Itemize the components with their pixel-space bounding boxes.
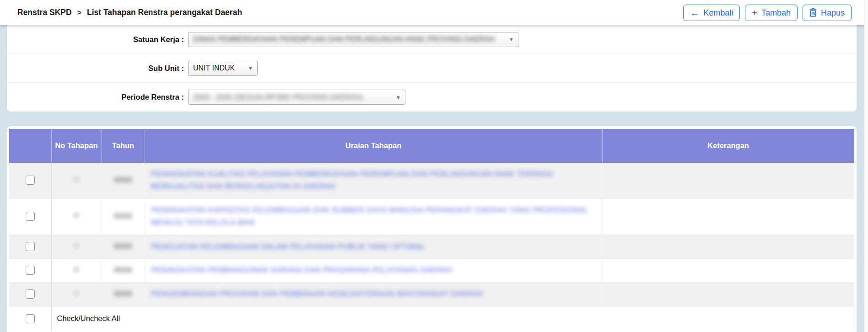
uraian-tahapan-link-redacted[interactable]: PENGUATAN KELEMBAGAAN DALAM PELAYANAN PU… <box>151 241 598 253</box>
vertical-scrollbar[interactable] <box>864 0 868 332</box>
uraian-tahapan-link-redacted[interactable]: MENUJU TATA KELOLA BAIK <box>151 216 598 229</box>
tahun-value-redacted: 0000 <box>114 266 132 274</box>
no-tahapan-cell <box>51 258 102 282</box>
satuan-kerja-row: Satuan Kerja : DINAS PEMBERDAYAAN PEREMP… <box>7 25 857 54</box>
check-all-label: Check/Uncheck All <box>52 314 120 323</box>
tahun-cell: 0000 <box>102 198 145 235</box>
tahun-value-redacted: 0000 <box>114 290 132 298</box>
header-no-tahapan: No Tahapan <box>51 129 102 163</box>
table-row: 0000 PENINGKATAN KUALITAS PELAYANAN PEMB… <box>9 163 854 198</box>
periode-renstra-select[interactable]: 2000 - 2000 (SESUAI RPJMD PROVINSI DAERA… <box>188 90 405 105</box>
table-footer: Check/Uncheck All <box>9 306 854 331</box>
breadcrumb: Renstra SKPD > List Tahapan Renstra pera… <box>17 8 242 17</box>
delete-button-label: Hapus <box>821 9 845 17</box>
row-checkbox[interactable] <box>26 212 35 221</box>
tahun-value-redacted: 0000 <box>114 242 132 250</box>
chevron-down-icon: ▼ <box>396 95 401 100</box>
row-select-cell <box>9 258 51 282</box>
back-button-label: Kembali <box>703 9 733 17</box>
keterangan-cell <box>602 163 854 198</box>
keterangan-cell <box>602 282 854 306</box>
sub-unit-value: UNIT INDUK <box>193 64 235 72</box>
keterangan-cell <box>602 258 854 282</box>
no-tahapan-radio[interactable] <box>73 290 80 296</box>
row-select-cell <box>9 163 51 198</box>
check-all-cell <box>9 306 51 331</box>
table-row: 0000 PENGEMBANGAN PROGRAM DAN PEMBINAAN … <box>9 282 854 306</box>
uraian-tahapan-cell: PENINGKATAN PEMBANGUNAN SARANA DAN PRASA… <box>145 258 602 282</box>
plus-icon: + <box>752 8 757 17</box>
check-all-checkbox[interactable] <box>26 314 35 323</box>
satuan-kerja-value-redacted: DINAS PEMBERDAYAAN PEREMPUAN DAN PERLIND… <box>193 35 495 43</box>
row-select-cell <box>9 282 51 306</box>
toolbar: ← Kembali + Tambah Hapus <box>683 5 852 21</box>
header-select <box>9 129 51 163</box>
breadcrumb-root[interactable]: Renstra SKPD <box>17 8 72 17</box>
row-select-cell <box>9 198 51 235</box>
tahapan-table: No Tahapan Tahun Uraian Tahapan Keterang… <box>9 129 854 331</box>
no-tahapan-radio[interactable] <box>73 266 80 273</box>
table-row: 0000 PENINGKATAN KAPASITAS KELEMBAGAAN D… <box>9 198 854 235</box>
header-uraian-tahapan: Uraian Tahapan <box>145 129 602 163</box>
tahapan-table-panel: No Tahapan Tahun Uraian Tahapan Keterang… <box>7 126 857 332</box>
check-all-label-cell: Check/Uncheck All <box>51 306 854 331</box>
table-header: No Tahapan Tahun Uraian Tahapan Keterang… <box>9 129 854 163</box>
sub-unit-row: Sub Unit : UNIT INDUK ▼ <box>7 54 857 83</box>
table-rows: 0000 PENINGKATAN KUALITAS PELAYANAN PEMB… <box>9 163 854 306</box>
tahun-value-redacted: 0000 <box>114 176 132 184</box>
no-tahapan-cell <box>51 235 102 258</box>
uraian-tahapan-cell: PENGEMBANGAN PROGRAM DAN PEMBINAAN KESEJ… <box>145 282 602 306</box>
header-keterangan: Keterangan <box>602 129 854 163</box>
table-row: 0000 PENINGKATAN PEMBANGUNAN SARANA DAN … <box>9 258 854 282</box>
uraian-tahapan-link-redacted[interactable]: PENINGKATAN PEMBANGUNAN SARANA DAN PRASA… <box>151 264 598 276</box>
uraian-tahapan-cell: PENINGKATAN KAPASITAS KELEMBAGAAN DAN SU… <box>145 198 602 235</box>
uraian-tahapan-link-redacted[interactable]: PENGEMBANGAN PROGRAM DAN PEMBINAAN KESEJ… <box>151 288 598 300</box>
periode-renstra-row: Periode Renstra : 2000 - 2000 (SESUAI RP… <box>7 83 857 112</box>
row-checkbox[interactable] <box>26 266 35 275</box>
tahun-cell: 0000 <box>102 258 145 282</box>
breadcrumb-separator: > <box>77 9 81 17</box>
periode-renstra-label: Periode Renstra : <box>7 93 184 102</box>
chevron-down-icon: ▼ <box>509 37 514 42</box>
filter-panel: Satuan Kerja : DINAS PEMBERDAYAAN PEREMP… <box>7 25 857 112</box>
check-all-row: Check/Uncheck All <box>9 306 854 331</box>
table-row: 0000 PENGUATAN KELEMBAGAAN DALAM PELAYAN… <box>9 235 854 258</box>
keterangan-cell <box>602 235 854 258</box>
sub-unit-label: Sub Unit : <box>7 64 184 73</box>
row-select-cell <box>9 235 51 258</box>
no-tahapan-cell <box>51 282 102 306</box>
satuan-kerja-label: Satuan Kerja : <box>7 35 184 44</box>
uraian-tahapan-cell: PENGUATAN KELEMBAGAAN DALAM PELAYANAN PU… <box>145 235 602 258</box>
breadcrumb-current: List Tahapan Renstra perangakat Daerah <box>87 8 242 17</box>
uraian-tahapan-link-redacted[interactable]: PENINGKATAN KUALITAS PELAYANAN PEMBERDAY… <box>151 168 598 180</box>
add-button[interactable]: + Tambah <box>745 5 798 21</box>
tahun-cell: 0000 <box>102 163 145 198</box>
row-checkbox[interactable] <box>26 289 35 299</box>
row-checkbox[interactable] <box>26 176 35 185</box>
top-bar: Renstra SKPD > List Tahapan Renstra pera… <box>0 0 868 25</box>
back-button[interactable]: ← Kembali <box>683 5 740 21</box>
sub-unit-select[interactable]: UNIT INDUK ▼ <box>188 61 258 76</box>
no-tahapan-radio[interactable] <box>73 176 80 182</box>
add-button-label: Tambah <box>761 9 791 17</box>
keterangan-cell <box>602 198 854 235</box>
delete-button[interactable]: Hapus <box>803 5 852 21</box>
row-checkbox[interactable] <box>26 242 35 251</box>
tahun-cell: 0000 <box>102 235 145 258</box>
no-tahapan-radio[interactable] <box>73 212 80 219</box>
periode-renstra-value-redacted: 2000 - 2000 (SESUAI RPJMD PROVINSI DAERA… <box>193 93 363 102</box>
trash-icon <box>809 8 817 17</box>
uraian-tahapan-link-redacted[interactable]: PENINGKATAN KAPASITAS KELEMBAGAAN DAN SU… <box>151 204 598 216</box>
tahun-value-redacted: 0000 <box>114 212 132 220</box>
header-tahun: Tahun <box>102 129 145 163</box>
left-arrow-icon: ← <box>690 8 699 17</box>
chevron-down-icon: ▼ <box>248 65 253 71</box>
no-tahapan-cell <box>51 163 102 198</box>
no-tahapan-cell <box>51 198 102 235</box>
uraian-tahapan-cell: PENINGKATAN KUALITAS PELAYANAN PEMBERDAY… <box>145 163 602 198</box>
no-tahapan-radio[interactable] <box>73 242 80 249</box>
satuan-kerja-select[interactable]: DINAS PEMBERDAYAAN PEREMPUAN DAN PERLIND… <box>188 32 518 47</box>
tahun-cell: 0000 <box>102 282 145 306</box>
uraian-tahapan-link-redacted[interactable]: BERKUALITAS DAN BERKELANJUTAN DI DAERAH <box>151 180 598 193</box>
